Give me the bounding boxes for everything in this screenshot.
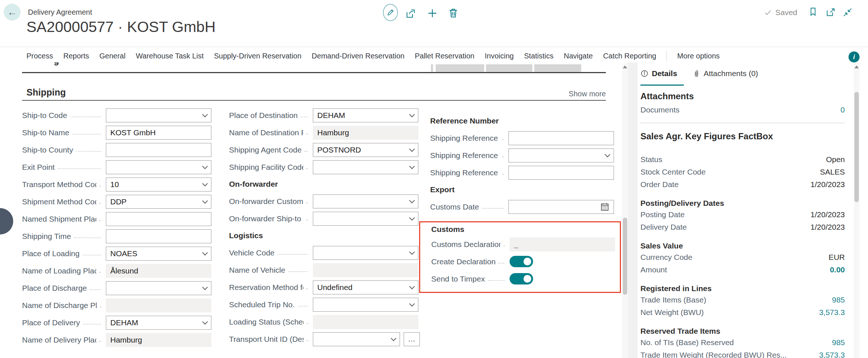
select-scheduled-trip-no[interactable] bbox=[313, 298, 418, 312]
tab-process[interactable]: Process bbox=[26, 52, 53, 60]
factbox-heading: Registered in Lines bbox=[640, 284, 845, 294]
info-icon[interactable]: i bbox=[849, 51, 860, 62]
input-customs-date[interactable] bbox=[508, 200, 614, 214]
more-options-button[interactable]: More options bbox=[677, 52, 720, 60]
factbox-scrollbar[interactable] bbox=[854, 63, 860, 358]
customs-highlight-box: CustomsCustoms Declaration ..._Create De… bbox=[419, 221, 621, 293]
field-label: On-forwarder Ship-to ... bbox=[229, 214, 303, 223]
factbox-value[interactable]: 0 bbox=[840, 105, 845, 114]
assist-edit-button[interactable]: ... bbox=[404, 332, 420, 346]
tab-details[interactable]: Details bbox=[640, 69, 677, 78]
input-shipping-time[interactable] bbox=[106, 229, 211, 243]
field-value: POSTNORD bbox=[317, 146, 361, 154]
select-shipping-agent-code[interactable]: POSTNORD bbox=[313, 143, 418, 157]
section-divider bbox=[22, 100, 606, 101]
factbox-label: Trade Item Weight (Recorded BWU) Res... bbox=[640, 351, 787, 358]
factbox-value[interactable]: 985 bbox=[832, 296, 845, 304]
factbox-row-posting-date: Posting Date1/20/2023 bbox=[640, 208, 845, 221]
select-place-of-destination[interactable]: DEHAM bbox=[313, 108, 418, 122]
field-row-shipping-facility-code: Shipping Facility Code bbox=[229, 158, 418, 176]
factbox-row-amount: Amount0.00 bbox=[640, 264, 845, 276]
tab-general[interactable]: General bbox=[99, 52, 125, 60]
dotted-leader bbox=[83, 324, 101, 325]
calendar-button[interactable] bbox=[600, 202, 610, 212]
field-value: DDP bbox=[110, 197, 126, 206]
tab-invoicing[interactable]: Invoicing bbox=[485, 52, 514, 60]
select-reservation-method-fo[interactable]: Undefined bbox=[313, 280, 418, 294]
tab-attachments[interactable]: Attachments (0) bbox=[693, 69, 758, 78]
active-tab-underline bbox=[640, 85, 684, 86]
page-title: SA20000577 · KOST GmbH bbox=[26, 18, 215, 36]
toggle-send-to-timpex[interactable] bbox=[510, 273, 533, 284]
tab-statistics[interactable]: Statistics bbox=[524, 52, 553, 60]
select-on-forwarder-custom[interactable] bbox=[313, 194, 418, 208]
select-place-of-delivery[interactable]: DEHAM bbox=[106, 316, 211, 330]
readonly-name-of-delivery-place: Hamburg bbox=[106, 333, 211, 347]
back-button[interactable]: ← bbox=[4, 4, 21, 21]
tab-pallet-reservation[interactable]: Pallet Reservation bbox=[415, 52, 474, 60]
field-label: Shipping Reference Co... bbox=[430, 168, 499, 177]
tab-demand-driven-reservation[interactable]: Demand-Driven Reservation bbox=[312, 52, 404, 60]
scroll-up-arrow-icon[interactable] bbox=[623, 65, 627, 68]
field-label: Name of Loading Place bbox=[22, 266, 96, 275]
select-vehicle-code[interactable] bbox=[313, 246, 418, 260]
input-named-shipment-place[interactable] bbox=[106, 212, 211, 226]
factbox-row-delivery-date: Delivery Date1/20/2023 bbox=[640, 221, 845, 233]
scroll-up-arrow-icon[interactable] bbox=[854, 65, 859, 68]
field-row-transport-method-code: Transport Method Code10 bbox=[22, 176, 211, 193]
select-shipment-method-code[interactable]: DDP bbox=[106, 195, 211, 209]
input-ship-to-name[interactable]: KOST GmbH bbox=[106, 126, 211, 140]
share-button[interactable] bbox=[405, 8, 416, 19]
tab-warehouse-task-list[interactable]: Warehouse Task List bbox=[136, 52, 204, 60]
field-value: DEHAM bbox=[317, 111, 345, 120]
tab-reports[interactable]: Reports bbox=[63, 52, 89, 60]
select-transport-unit-id-desi[interactable] bbox=[313, 332, 400, 346]
main-scrollbar[interactable] bbox=[622, 63, 628, 358]
factbox-value[interactable]: 3,573.3 bbox=[819, 351, 845, 358]
scrollbar-thumb[interactable] bbox=[623, 218, 627, 295]
factbox-value[interactable]: 3,573.3 bbox=[819, 308, 845, 317]
input-shipping-reference-co[interactable] bbox=[508, 166, 614, 180]
factbox-tabs: Details Attachments (0) bbox=[640, 69, 758, 78]
input-shipping-reference-no[interactable] bbox=[508, 131, 614, 145]
side-nav-handle[interactable] bbox=[0, 208, 13, 235]
tab-supply-driven-reservation[interactable]: Supply-Driven Reservation bbox=[214, 52, 301, 60]
select-on-forwarder-ship-to[interactable] bbox=[313, 212, 418, 226]
factbox-divider bbox=[640, 123, 845, 123]
field-row-ship-to-name: Ship-to NameKOST GmbH bbox=[22, 124, 211, 141]
dotted-leader bbox=[99, 203, 101, 204]
select-shipping-reference-ty[interactable] bbox=[508, 148, 614, 162]
dotted-leader bbox=[499, 263, 504, 264]
field-row-place-of-delivery: Place of DeliveryDEHAM bbox=[22, 314, 211, 331]
tab-navigate[interactable]: Navigate bbox=[564, 52, 593, 60]
field-label: Ship-to Code bbox=[22, 111, 67, 120]
show-more-link[interactable]: Show more bbox=[22, 90, 606, 98]
tab-catch-reporting[interactable]: Catch Reporting bbox=[603, 52, 656, 60]
delete-button[interactable] bbox=[448, 7, 459, 18]
factbox-value[interactable]: 985 bbox=[832, 338, 845, 347]
field-row-named-shipment-place: Named Shipment Place bbox=[22, 210, 211, 228]
toggle-create-declaration[interactable] bbox=[510, 256, 533, 267]
field-row-name-of-destination-p: Name of Destination P...Hamburg bbox=[229, 124, 418, 141]
select-place-of-loading[interactable]: NOAES bbox=[106, 247, 211, 261]
collapse-button[interactable] bbox=[843, 7, 853, 17]
factbox-value[interactable]: 0.00 bbox=[830, 265, 845, 274]
group-heading-customs: Customs bbox=[431, 223, 614, 236]
field-row-place-of-discharge: Place of Discharge bbox=[22, 279, 211, 297]
factbox-row-no-of-tis-base-reserved: No. of TIs (Base) Reserved985 bbox=[640, 336, 845, 349]
scrollbar-thumb[interactable] bbox=[854, 92, 859, 202]
select-ship-to-code[interactable] bbox=[106, 108, 211, 122]
dotted-leader bbox=[307, 323, 308, 324]
edit-button[interactable] bbox=[383, 4, 398, 21]
new-button[interactable] bbox=[426, 7, 438, 19]
factbox-label: Trade Items (Base) bbox=[640, 296, 706, 304]
dotted-leader bbox=[58, 168, 101, 169]
select-transport-method-code[interactable]: 10 bbox=[106, 178, 211, 191]
select-shipping-facility-code[interactable] bbox=[313, 160, 418, 174]
input-ship-to-county[interactable] bbox=[106, 143, 211, 157]
open-in-window-button[interactable] bbox=[826, 7, 836, 17]
select-exit-point[interactable] bbox=[106, 160, 211, 174]
field-label: Named Shipment Place bbox=[22, 215, 96, 223]
select-place-of-discharge[interactable] bbox=[106, 281, 211, 295]
bookmark-button[interactable] bbox=[808, 7, 818, 17]
